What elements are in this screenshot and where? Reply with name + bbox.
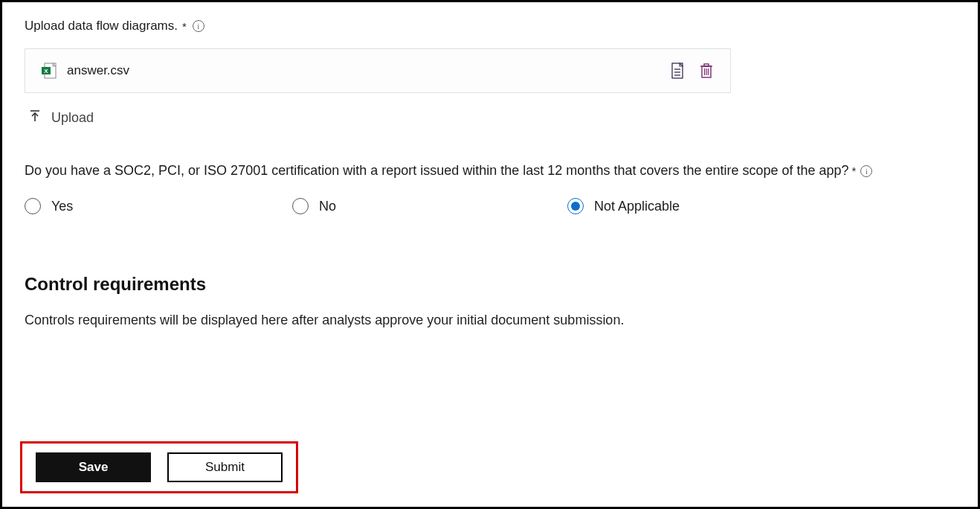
radio-label: No <box>319 199 336 214</box>
upload-label-row: Upload data flow diagrams. * i <box>25 19 955 33</box>
radio-circle-icon <box>292 198 309 214</box>
radio-label: Yes <box>51 199 73 214</box>
upload-button[interactable]: Upload <box>29 109 94 126</box>
svg-text:X: X <box>44 68 48 74</box>
excel-file-icon: X <box>42 63 57 79</box>
certification-radio-group: Yes No Not Applicable <box>25 198 955 214</box>
info-icon[interactable]: i <box>193 20 204 32</box>
view-file-button[interactable] <box>671 63 686 79</box>
control-requirements-heading: Control requirements <box>25 274 955 295</box>
radio-dot-icon <box>571 202 580 211</box>
submit-button[interactable]: Submit <box>167 452 283 482</box>
radio-circle-selected-icon <box>567 198 584 214</box>
required-marker: * <box>852 164 857 177</box>
radio-option-yes[interactable]: Yes <box>25 198 292 214</box>
radio-label: Not Applicable <box>594 199 680 214</box>
certification-question-text: Do you have a SOC2, PCI, or ISO 27001 ce… <box>25 163 849 179</box>
control-requirements-description: Controls requirements will be displayed … <box>25 313 955 328</box>
form-container: Upload data flow diagrams. * i X answer.… <box>0 0 980 509</box>
delete-file-button[interactable] <box>699 63 714 79</box>
uploaded-file-row: X answer.csv <box>25 48 731 93</box>
upload-button-label: Upload <box>51 110 94 126</box>
file-name: answer.csv <box>67 63 129 78</box>
radio-option-not-applicable[interactable]: Not Applicable <box>567 198 680 214</box>
required-marker: * <box>182 20 187 33</box>
svg-rect-9 <box>704 64 709 66</box>
action-buttons-highlight: Save Submit <box>20 441 298 493</box>
save-button[interactable]: Save <box>36 452 151 482</box>
document-icon <box>671 63 686 79</box>
upload-label-text: Upload data flow diagrams. <box>25 19 178 33</box>
radio-option-no[interactable]: No <box>292 198 567 214</box>
certification-question-row: Do you have a SOC2, PCI, or ISO 27001 ce… <box>25 163 955 179</box>
trash-icon <box>699 63 714 79</box>
radio-circle-icon <box>25 198 41 214</box>
info-icon[interactable]: i <box>860 165 872 177</box>
upload-arrow-icon <box>29 109 41 126</box>
